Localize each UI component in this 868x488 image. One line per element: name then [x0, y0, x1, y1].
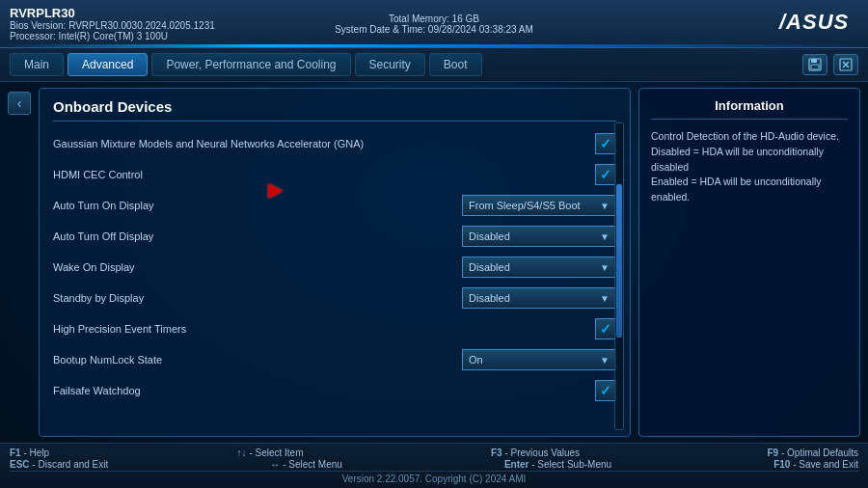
setting-label-standby: Standby by Display: [53, 292, 462, 304]
footer-f3: F3 - Previous Values: [491, 447, 580, 458]
asus-logo: /ASUS: [777, 8, 854, 41]
back-button[interactable]: ‹: [8, 92, 31, 115]
setting-control-wake[interactable]: Disabled ▼: [462, 257, 616, 278]
dropdown-value-auto-off: Disabled: [469, 230, 510, 242]
footer: F1 - Help ↑↓ - Select Item F3 - Previous…: [0, 443, 868, 488]
footer-desc-f9: - Optimal Defaults: [781, 447, 858, 458]
datetime-row: System Date & Time: 09/28/2024 03:38:23 …: [335, 24, 533, 35]
close-icon-button[interactable]: [833, 54, 858, 75]
footer-version: Version 2.22.0057. Copyright (C) 2024 AM…: [10, 471, 858, 484]
footer-key-f3: F3: [491, 447, 502, 458]
svg-rect-2: [811, 59, 817, 63]
memory-label: Total Memory:: [389, 14, 449, 24]
nav-tabs: Main Advanced Power, Performance and Coo…: [10, 53, 802, 76]
tab-main[interactable]: Main: [10, 53, 64, 76]
setting-control-gna[interactable]: [595, 133, 616, 154]
setting-label-hpet: High Precision Event Timers: [53, 323, 595, 335]
header-system-info: RVRPLR30 Bios Version: RVRPLR30.0030.202…: [10, 6, 215, 41]
setting-row-gna: Gaussian Mixture Models and Neural Netwo…: [53, 131, 616, 156]
tab-security[interactable]: Security: [355, 53, 425, 76]
dropdown-standby[interactable]: Disabled ▼: [462, 287, 616, 309]
checkbox-gna[interactable]: [595, 133, 616, 154]
setting-control-watchdog[interactable]: [595, 380, 616, 401]
save-icon-button[interactable]: [802, 54, 827, 75]
footer-key-f10: F10: [773, 459, 790, 470]
setting-label-numlock: Bootup NumLock State: [53, 354, 462, 366]
setting-control-hpet[interactable]: [595, 318, 616, 339]
nav-bar: Main Advanced Power, Performance and Coo…: [0, 48, 868, 82]
footer-key-f1: F1: [10, 447, 21, 458]
dropdown-value-auto-on: From Sleep/S4/S5 Boot: [469, 200, 581, 211]
close-icon: [839, 58, 853, 71]
processor-row: Processor: Intel(R) Core(TM) 3 100U: [10, 31, 215, 41]
dropdown-arrow-auto-on: ▼: [600, 201, 610, 211]
header-progress-bar: [0, 44, 868, 47]
setting-control-hdmi[interactable]: [595, 164, 616, 185]
checkbox-hdmi[interactable]: [595, 164, 616, 185]
bios-version-row: Bios Version: RVRPLR30.0030.2024.0205.12…: [10, 20, 215, 31]
footer-select-menu: ↔ - Select Menu: [270, 459, 341, 470]
dropdown-arrow-auto-off: ▼: [600, 231, 610, 242]
checkbox-hpet[interactable]: [595, 318, 616, 339]
footer-desc-f10: - Save and Exit: [793, 459, 858, 470]
datetime-value: 09/28/2024: [428, 24, 476, 35]
checkbox-watchdog[interactable]: [595, 380, 616, 401]
footer-desc-f1: - Help: [23, 447, 49, 458]
footer-f9: F9 - Optimal Defaults: [768, 447, 858, 458]
footer-desc-arrows: - Select Item: [249, 447, 303, 458]
setting-row-auto-on: Auto Turn On Display From Sleep/S4/S5 Bo…: [53, 193, 616, 218]
setting-row-hpet: High Precision Event Timers: [53, 316, 616, 341]
settings-list: Gaussian Mixture Models and Neural Netwo…: [53, 131, 616, 403]
setting-control-standby[interactable]: Disabled ▼: [462, 287, 616, 309]
dropdown-numlock[interactable]: On ▼: [462, 349, 616, 370]
setting-label-auto-off: Auto Turn Off Display: [53, 230, 462, 242]
processor-value: Intel(R) Core(TM) 3 100U: [59, 31, 168, 41]
setting-label-auto-on: Auto Turn On Display: [53, 200, 462, 211]
dropdown-value-wake: Disabled: [469, 261, 510, 273]
asus-logo-svg: /ASUS: [777, 8, 854, 35]
setting-label-hdmi: HDMI CEC Control: [53, 169, 595, 180]
setting-label-watchdog: Failsafe Watchdog: [53, 385, 595, 396]
info-title: Information: [651, 98, 848, 120]
info-text: Control Detection of the HD-Audio device…: [651, 129, 848, 205]
setting-row-wake: Wake On Display Disabled ▼: [53, 255, 616, 280]
footer-esc: ESC - Discard and Exit: [10, 459, 108, 470]
footer-key-enter: Enter: [504, 459, 529, 470]
info-panel: Information Control Detection of the HD-…: [638, 88, 860, 437]
footer-enter: Enter - Select Sub-Menu: [504, 459, 611, 470]
bios-label: Bios Version:: [10, 20, 66, 31]
setting-control-auto-on[interactable]: From Sleep/S4/S5 Boot ▼: [462, 195, 616, 216]
dropdown-auto-off[interactable]: Disabled ▼: [462, 226, 616, 247]
time-value: 03:38:23 AM: [479, 24, 533, 35]
datetime-label: System Date & Time:: [335, 24, 425, 35]
settings-scrollbar[interactable]: [614, 122, 624, 430]
footer-key-lr: ↔: [270, 459, 280, 470]
footer-desc-esc: - Discard and Exit: [32, 459, 108, 470]
nav-right-buttons: [802, 54, 858, 75]
footer-key-esc: ESC: [10, 459, 30, 470]
footer-desc-f3: - Previous Values: [504, 447, 580, 458]
svg-text:/ASUS: /ASUS: [778, 10, 849, 34]
dropdown-arrow-numlock: ▼: [600, 355, 610, 366]
footer-desc-lr: - Select Menu: [283, 459, 342, 470]
tab-power[interactable]: Power, Performance and Cooling: [151, 53, 350, 76]
tab-advanced[interactable]: Advanced: [68, 53, 148, 76]
setting-control-numlock[interactable]: On ▼: [462, 349, 616, 370]
dropdown-wake[interactable]: Disabled ▼: [462, 257, 616, 278]
memory-value: 16 GB: [452, 14, 479, 24]
setting-row-numlock: Bootup NumLock State On ▼: [53, 347, 616, 372]
setting-control-auto-off[interactable]: Disabled ▼: [462, 226, 616, 247]
dropdown-auto-on[interactable]: From Sleep/S4/S5 Boot ▼: [462, 195, 616, 216]
main-area: ‹ Onboard Devices Gaussian Mixture Model…: [0, 82, 868, 443]
red-arrow-indicator: ◀: [268, 179, 282, 201]
settings-panel: Onboard Devices Gaussian Mixture Models …: [39, 88, 631, 437]
header-logo-area: /ASUS: [777, 8, 854, 41]
tab-boot[interactable]: Boot: [429, 53, 482, 76]
save-icon: [808, 58, 822, 71]
setting-label-gna: Gaussian Mixture Models and Neural Netwo…: [53, 138, 595, 149]
scrollbar-thumb: [616, 184, 622, 338]
settings-title: Onboard Devices: [53, 98, 616, 122]
dropdown-arrow-wake: ▼: [600, 262, 610, 273]
processor-label: Processor:: [10, 31, 56, 41]
header-center-info: Total Memory: 16 GB System Date & Time: …: [335, 14, 533, 35]
